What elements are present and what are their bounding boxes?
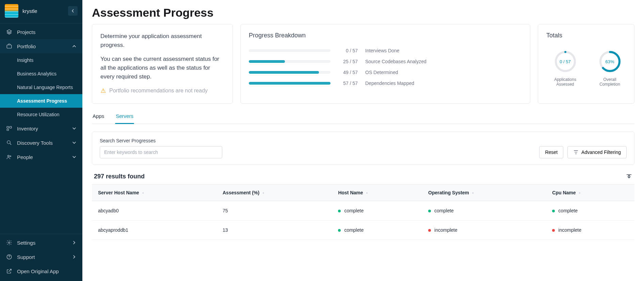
table-cell: abcyaproddb1 bbox=[92, 220, 216, 240]
sidebar-item-portfolio[interactable]: Portfolio bbox=[0, 39, 82, 53]
chevron-down-icon bbox=[72, 126, 76, 130]
progress-ratio: 0 / 57 bbox=[337, 48, 358, 53]
sidebar-item-label: Discovery Tools bbox=[17, 140, 53, 146]
table-cell: incomplete bbox=[422, 220, 546, 240]
sidebar-item-projects[interactable]: Projects bbox=[0, 25, 82, 39]
sidebar-item-label: Projects bbox=[17, 29, 35, 35]
external-link-icon bbox=[6, 268, 12, 274]
tab-apps[interactable]: Apps bbox=[92, 110, 105, 124]
table-cell: incomplete bbox=[546, 220, 634, 240]
donut-chart: 0 / 57 bbox=[554, 50, 577, 73]
button-label: Reset bbox=[545, 150, 558, 155]
warning-text: Portfolio recommendations are not ready bbox=[109, 87, 208, 95]
chevron-right-icon bbox=[72, 255, 76, 259]
divider bbox=[0, 234, 82, 234]
donut-apps-assessed: 0 / 57 Applications Assessed bbox=[546, 50, 584, 87]
sidebar-item-settings[interactable]: Settings bbox=[0, 235, 82, 250]
progress-rows: 0 / 57Interviews Done25 / 57Source Codeb… bbox=[249, 48, 522, 86]
tab-servers[interactable]: Servers bbox=[115, 110, 134, 124]
sidebar-item-label: Open Original App bbox=[17, 268, 59, 274]
svg-rect-2 bbox=[10, 126, 12, 128]
page-title: Assessment Progress bbox=[92, 6, 634, 19]
chevron-right-icon bbox=[72, 241, 76, 245]
totals-body: 0 / 57 Applications Assessed 63% Overall… bbox=[546, 50, 626, 87]
search-label: Search Server Progresses bbox=[100, 138, 222, 143]
layers-icon bbox=[6, 29, 12, 35]
table-cell: 75 bbox=[216, 201, 332, 220]
sidebar-item-label: Portfolio bbox=[17, 43, 36, 49]
sidebar-item-open-original[interactable]: Open Original App bbox=[0, 264, 82, 278]
table-header-row: Server Host Name Assessment (%) Host Nam… bbox=[92, 184, 634, 201]
table-cell: complete bbox=[332, 201, 422, 220]
progress-row: 57 / 57Dependencies Mapped bbox=[249, 81, 522, 86]
col-os[interactable]: Operating System bbox=[422, 184, 546, 201]
tab-label: Apps bbox=[93, 113, 104, 119]
sidebar-item-label: Business Analytics bbox=[17, 71, 57, 76]
progress-breakdown-card: Progress Breakdown 0 / 57Interviews Done… bbox=[240, 24, 530, 104]
col-server-host[interactable]: Server Host Name bbox=[92, 184, 216, 201]
divider bbox=[0, 23, 82, 23]
results-count: 297 results found bbox=[94, 173, 145, 180]
sidebar-item-label: Assessment Progress bbox=[17, 98, 67, 104]
progress-row: 49 / 57OS Determined bbox=[249, 70, 522, 75]
reset-button[interactable]: Reset bbox=[539, 146, 563, 158]
results-header: 297 results found bbox=[92, 173, 634, 180]
progress-bar-fill bbox=[249, 60, 285, 63]
chevron-up-icon bbox=[72, 44, 76, 48]
table-cell: complete bbox=[546, 201, 634, 220]
svg-point-7 bbox=[9, 242, 10, 244]
column-settings-icon bbox=[626, 173, 632, 180]
filter-icon bbox=[573, 150, 579, 155]
status-dot-complete bbox=[552, 210, 555, 212]
sidebar-header: krystle bbox=[0, 0, 82, 22]
status-dot-incomplete bbox=[552, 229, 555, 232]
col-assessment[interactable]: Assessment (%) bbox=[216, 184, 332, 201]
table-cell: 13 bbox=[216, 220, 332, 240]
tab-label: Servers bbox=[116, 113, 133, 119]
briefcase-icon bbox=[6, 43, 12, 49]
warning-row: ⚠ Portfolio recommendations are not read… bbox=[100, 86, 224, 96]
intro-card: Determine your application assessment pr… bbox=[92, 24, 233, 104]
progress-row: 25 / 57Source Codebases Analyzed bbox=[249, 59, 522, 64]
intro-text-2: You can see the current assessment statu… bbox=[100, 55, 224, 82]
sidebar-item-people[interactable]: People bbox=[0, 150, 82, 164]
table-row[interactable]: abcyadb075completecompletecomplete bbox=[92, 201, 634, 220]
svg-point-4 bbox=[7, 141, 10, 144]
progress-bar-fill bbox=[249, 71, 319, 74]
col-host-name[interactable]: Host Name bbox=[332, 184, 422, 201]
svg-rect-3 bbox=[7, 129, 9, 130]
donut-value: 63% bbox=[598, 50, 622, 73]
people-icon bbox=[6, 154, 12, 160]
progress-label: OS Determined bbox=[365, 70, 522, 75]
gear-icon bbox=[6, 240, 12, 246]
donut-label: Overall Completion bbox=[594, 77, 626, 87]
col-cpu[interactable]: Cpu Name bbox=[546, 184, 634, 201]
sidebar-collapse-button[interactable] bbox=[68, 6, 78, 16]
table-row[interactable]: abcyaproddb113completeincompleteincomple… bbox=[92, 220, 634, 240]
search-block: Search Server Progresses bbox=[100, 138, 222, 158]
filter-actions: Reset Advanced Filtering bbox=[539, 146, 627, 158]
sidebar-item-assessment-progress[interactable]: Assessment Progress bbox=[0, 94, 82, 108]
sidebar-item-resource-utilization[interactable]: Resource Utilization bbox=[0, 108, 82, 121]
progress-bar-track bbox=[249, 82, 331, 85]
sidebar-item-inventory[interactable]: Inventory bbox=[0, 121, 82, 136]
sidebar-item-insights[interactable]: Insights bbox=[0, 53, 82, 67]
sidebar-item-discovery-tools[interactable]: Discovery Tools bbox=[0, 136, 82, 150]
table-cell: abcyadb0 bbox=[92, 201, 216, 220]
status-dot-complete bbox=[338, 210, 341, 212]
search-input[interactable] bbox=[100, 146, 222, 158]
advanced-filtering-button[interactable]: Advanced Filtering bbox=[567, 146, 627, 158]
sidebar-item-support[interactable]: Support bbox=[0, 250, 82, 264]
sidebar-item-business-analytics[interactable]: Business Analytics bbox=[0, 67, 82, 81]
sidebar-item-natural-language-reports[interactable]: Natural Language Reports bbox=[0, 81, 82, 94]
column-settings-button[interactable] bbox=[626, 173, 632, 180]
progress-row: 0 / 57Interviews Done bbox=[249, 48, 522, 53]
svg-rect-1 bbox=[7, 126, 9, 128]
main-content: Assessment Progress Determine your appli… bbox=[82, 0, 644, 281]
donut-value: 0 / 57 bbox=[554, 50, 577, 73]
progress-bar-track bbox=[249, 49, 331, 52]
inventory-icon bbox=[6, 125, 12, 131]
help-icon bbox=[6, 254, 12, 260]
brand-logo bbox=[5, 4, 18, 18]
svg-point-6 bbox=[10, 156, 11, 157]
